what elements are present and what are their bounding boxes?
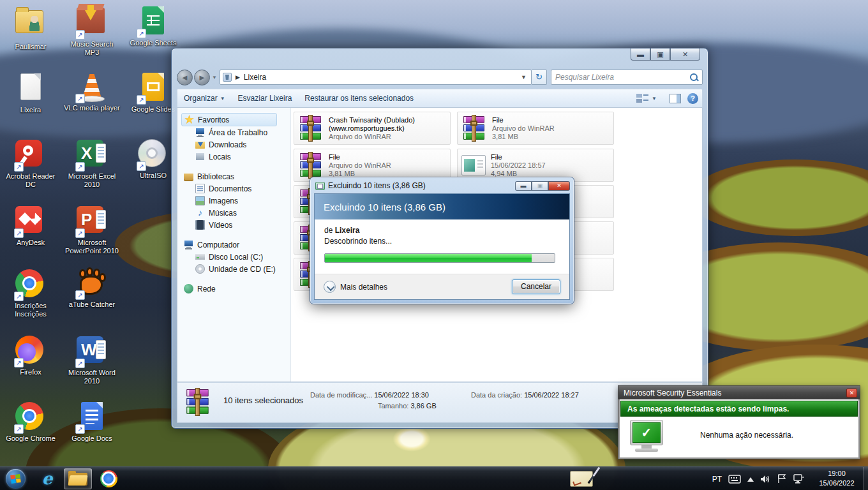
desktop-icon-acrobat-reader[interactable]: ↗ Acrobat Reader DC xyxy=(1,138,60,189)
back-button[interactable]: ◄ xyxy=(177,70,193,85)
taskbar-clock[interactable]: 19:00 15/06/2022 xyxy=(812,469,862,488)
sidebar-group-network[interactable]: Rede xyxy=(181,283,290,295)
desktop-icon-vlc[interactable]: ↗ VLC media player xyxy=(63,71,121,112)
keyboard-icon[interactable] xyxy=(728,475,741,484)
show-desktop-button[interactable] xyxy=(864,467,868,490)
taskbar-item-explorer-active[interactable] xyxy=(64,468,92,489)
volume-icon[interactable] xyxy=(760,475,771,484)
taskbar: e PT 19:00 15/06/2022 xyxy=(0,466,868,490)
start-button[interactable] xyxy=(6,469,26,489)
sidebar-item-documentos[interactable]: Documentos xyxy=(193,182,290,195)
close-button[interactable]: ✕ xyxy=(670,48,700,61)
chevron-down-icon: ▼ xyxy=(220,96,225,101)
created-label: Data da criação: xyxy=(471,391,522,399)
desktop-icon-word[interactable]: W↗ Microsoft Word 2010 xyxy=(63,334,121,385)
delete-progress-dialog: Excluindo 10 itens (3,86 GB) ▬ ▣ ✕ Exclu… xyxy=(310,177,574,304)
restore-button[interactable]: ▣ xyxy=(650,48,670,61)
preview-pane-button[interactable] xyxy=(670,94,681,103)
more-details-toggle[interactable]: Mais detalhes xyxy=(340,283,387,292)
dialog-close-button[interactable]: ✕ xyxy=(548,181,570,191)
sidebar-group-computer[interactable]: Computador xyxy=(181,239,290,251)
file-operation-icon xyxy=(315,182,325,190)
shortcut-arrow-icon: ↗ xyxy=(137,161,146,171)
file-tile[interactable]: FileArquivo do WinRAR3,81 MB xyxy=(457,112,614,145)
taskbar-item-internet-explorer[interactable]: e xyxy=(33,468,61,489)
address-dropdown-icon[interactable]: ▼ xyxy=(519,74,528,80)
dialog-titlebar[interactable]: Excluindo 10 itens (3,86 GB) ▬ ▣ ✕ xyxy=(315,179,570,192)
search-icon[interactable] xyxy=(690,73,698,82)
sidebar-item-area-de-trabalho[interactable]: Área de Trabalho xyxy=(193,126,290,138)
desktop-icon-paulismar[interactable]: Paulismar xyxy=(1,5,60,51)
refresh-button[interactable]: ↻ xyxy=(532,70,547,85)
recycle-bin-icon xyxy=(223,73,232,82)
help-button[interactable]: ? xyxy=(687,93,698,104)
recent-pages-arrow-icon[interactable]: ▼ xyxy=(212,75,217,80)
sidebar-item-unidade-cd[interactable]: Unidade de CD (E:) xyxy=(193,263,290,275)
shortcut-arrow-icon: ↗ xyxy=(14,424,24,434)
language-indicator[interactable]: PT xyxy=(712,475,722,484)
shortcut-arrow-icon: ↗ xyxy=(75,94,85,103)
desktop-icon-atube-catcher[interactable]: ↗ aTube Catcher xyxy=(63,268,121,309)
notification-close-button[interactable]: ✕ xyxy=(846,389,857,397)
breadcrumb-location[interactable]: Lixeira xyxy=(244,73,266,82)
desktop: Paulismar ↗ Music Search MP3 ↗ Google Sh… xyxy=(0,0,868,490)
sidebar-item-imagens[interactable]: Imagens xyxy=(193,195,290,207)
sidebar-item-downloads[interactable]: Downloads xyxy=(193,138,290,151)
sidebar-item-musicas[interactable]: ♪Músicas xyxy=(193,207,290,219)
desktop-icon-powerpoint[interactable]: P↗ Microsoft PowerPoint 2010 xyxy=(63,204,121,255)
desktop-icon-firefox[interactable]: ↗ Firefox xyxy=(1,334,60,376)
word-icon: W xyxy=(77,336,103,363)
desktop-icon-excel[interactable]: X↗ Microsoft Excel 2010 xyxy=(63,138,121,189)
videos-icon xyxy=(195,220,205,230)
modified-label: Data de modificaç... xyxy=(310,391,372,399)
shortcut-arrow-icon: ↗ xyxy=(14,162,24,172)
forward-button[interactable]: ► xyxy=(194,70,210,85)
chevron-down-icon[interactable] xyxy=(324,281,336,293)
dialog-header: Excluindo 10 itens (3,86 GB) xyxy=(315,194,569,219)
chevron-down-icon: ▼ xyxy=(652,96,657,101)
sidebar-item-locais[interactable]: Locais xyxy=(193,151,290,163)
desktop-icon-inscricoes[interactable]: ↗ Inscrições Inscrições xyxy=(1,268,60,318)
network-icon[interactable] xyxy=(793,474,804,484)
winrar-archive-icon xyxy=(298,152,324,179)
empty-recycle-bin-button[interactable]: Esvaziar Lixeira xyxy=(232,91,299,105)
notification-banner: As ameaças detectadas estão sendo limpas… xyxy=(620,401,858,417)
winrar-archive-icon xyxy=(298,115,324,142)
progress-bar xyxy=(324,253,555,263)
sidebar-item-videos[interactable]: Vídeos xyxy=(193,219,290,231)
desktop-icon-google-sheets[interactable]: ↗ Google Sheets xyxy=(124,5,183,47)
organize-menu-button[interactable]: Organizar ▼ xyxy=(177,91,232,105)
selection-count: 10 itens selecionados xyxy=(223,396,303,405)
excel-icon: X xyxy=(77,140,103,167)
shortcut-arrow-icon: ↗ xyxy=(14,358,24,368)
desktop-icon-anydesk[interactable]: ↗ AnyDesk xyxy=(1,204,60,247)
dialog-title: Excluindo 10 itens (3,86 GB) xyxy=(328,181,426,190)
taskbar-item-chrome[interactable] xyxy=(94,468,123,489)
breadcrumb-arrow-icon[interactable]: ▶ xyxy=(236,74,240,80)
blank-file-icon xyxy=(20,73,41,100)
restore-items-button[interactable]: Restaurar os itens selecionados xyxy=(298,91,420,105)
file-tile[interactable]: Crash Twinsanity (Dublado) (www.romsport… xyxy=(294,112,451,145)
sidebar-group-favorites[interactable]: Favoritos xyxy=(181,113,277,126)
progress-bar-fill xyxy=(325,254,532,262)
sidebar-group-libraries[interactable]: Bibliotecas xyxy=(181,170,290,182)
address-bar[interactable]: ▶ Lixeira ▼ xyxy=(220,70,532,85)
action-center-flag-icon[interactable] xyxy=(777,474,786,484)
clock-time: 19:00 xyxy=(812,469,862,479)
minimize-button[interactable]: ▬ xyxy=(631,48,650,61)
desktop-icon-google-chrome[interactable]: ↗ Google Chrome xyxy=(1,401,60,443)
hard-drive-icon xyxy=(195,252,205,262)
cancel-button[interactable]: Cancelar xyxy=(512,279,560,294)
taskbar-item-pen-note[interactable] xyxy=(570,471,593,487)
security-monitor-icon: ✓ xyxy=(630,420,663,445)
dialog-minimize-button[interactable]: ▬ xyxy=(515,181,532,191)
change-view-button[interactable]: ▼ xyxy=(630,91,663,106)
window-controls: ▬ ▣ ✕ xyxy=(631,48,700,61)
search-input[interactable] xyxy=(555,73,690,82)
windows-flag-icon xyxy=(10,474,21,484)
desktop-icon-lixeira[interactable]: Lixeira xyxy=(1,71,60,114)
sidebar-item-disco-local[interactable]: Disco Local (C:) xyxy=(193,251,290,263)
desktop-icon-music-search-mp3[interactable]: ↗ Music Search MP3 xyxy=(63,5,121,57)
desktop-icon-google-docs[interactable]: ↗ Google Docs xyxy=(63,401,121,443)
show-hidden-icons-button[interactable] xyxy=(747,474,754,482)
